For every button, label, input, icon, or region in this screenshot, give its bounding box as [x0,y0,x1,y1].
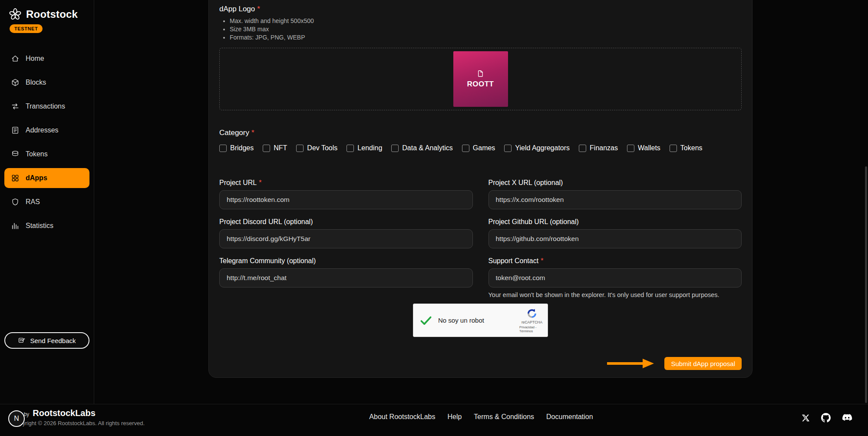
sidebar-item-home[interactable]: Home [4,49,89,69]
sidebar-nav: Home Blocks Transactions Addresses [0,49,94,236]
footer: Built by RootstockLabs Copyright © 2026 … [0,404,868,436]
sidebar-item-statistics[interactable]: Statistics [4,216,89,236]
file-icon [476,69,485,78]
category-label: Category* [219,129,742,137]
company-name: RootstockLabs [33,408,95,418]
sidebar-item-addresses[interactable]: Addresses [4,120,89,140]
checkbox[interactable] [296,145,304,152]
dapp-logo-label: dApp Logo* [219,5,742,13]
testnet-badge[interactable]: TESTNET [10,24,43,33]
category-checkbox-data-analytics[interactable]: Data & Analytics [391,144,453,152]
required-asterisk: * [257,5,260,13]
recaptcha-label: No soy un robot [438,317,484,324]
sidebar-item-label: RAS [26,198,40,206]
transactions-icon [10,102,20,111]
rootstock-logo-icon [9,8,22,21]
recaptcha-brand: reCAPTCHA Privacidad - Términos [519,308,545,333]
project-github-url-input[interactable] [488,229,742,248]
sidebar-item-dapps[interactable]: dApps [4,168,89,188]
home-icon [10,54,20,63]
recaptcha-links[interactable]: Privacidad - Términos [519,325,545,333]
footer-link-about[interactable]: About RootstockLabs [369,413,435,421]
support-contact-helper: Your email won't be shown in the explore… [488,291,742,298]
checkbox[interactable] [504,145,512,152]
blocks-icon [10,78,20,87]
tokens-icon [10,149,20,159]
dapps-icon [10,173,20,183]
sidebar-item-label: Home [26,55,44,63]
checkbox[interactable] [391,145,399,152]
category-checkbox-bridges[interactable]: Bridges [219,144,254,152]
checkbox[interactable] [627,145,634,152]
project-x-url-input[interactable] [488,190,742,209]
brand-name: Rootstock [26,8,78,20]
github-icon[interactable] [821,413,831,423]
checkbox[interactable] [347,145,354,152]
sidebar-item-transactions[interactable]: Transactions [4,96,89,116]
category-checkbox-wallets[interactable]: Wallets [627,144,660,152]
checkmark-icon [419,314,432,327]
category-checkbox-finanzas[interactable]: Finanzas [579,144,618,152]
field-project-github-url: Project Github URL (optional) [488,218,742,248]
sidebar-item-ras[interactable]: RAS [4,192,89,212]
category-checkbox-lending[interactable]: Lending [347,144,382,152]
category-options: Bridges NFT Dev Tools Lending Data & Ana… [219,144,742,152]
category-checkbox-dev-tools[interactable]: Dev Tools [296,144,337,152]
footer-social [802,413,852,423]
logo-rules: Max. width and height 500x500 Size 3MB m… [219,17,742,42]
category-checkbox-yield-aggregators[interactable]: Yield Aggregators [504,144,570,152]
sidebar-item-tokens[interactable]: Tokens [4,144,89,164]
sidebar-item-label: Statistics [26,222,53,230]
required-asterisk: * [251,129,254,137]
dapp-form-card: dApp Logo* Max. width and height 500x500… [208,0,752,378]
footer-link-terms[interactable]: Terms & Conditions [474,413,534,421]
telegram-community-input[interactable] [219,268,473,287]
required-asterisk: * [541,257,543,264]
sidebar-item-label: Blocks [26,79,46,86]
statistics-icon [10,221,20,231]
page: Rootstock TESTNET Home Blocks Transacti [0,0,868,436]
form-grid: Project URL* Project X URL (optional) Pr… [219,179,742,298]
scrollbar[interactable] [864,0,868,436]
required-asterisk: * [259,179,261,186]
field-support-contact: Support Contact* Your email won't be sho… [488,257,742,298]
checkbox[interactable] [579,145,586,152]
category-checkbox-games[interactable]: Games [462,144,495,152]
send-feedback-button[interactable]: Send Feedback [4,332,89,349]
recaptcha-widget[interactable]: No soy un robot reCAPTCHA Privacidad - T… [413,304,548,337]
project-url-input[interactable] [219,190,473,209]
arrow-annotation-icon [606,357,655,370]
support-contact-input[interactable] [488,268,742,287]
logo-rule: Max. width and height 500x500 [230,17,742,25]
checkbox[interactable] [263,145,270,152]
footer-link-help[interactable]: Help [447,413,462,421]
scrollbar-thumb[interactable] [865,166,867,403]
chat-widget-avatar[interactable]: N [8,410,25,427]
submit-dapp-proposal-button[interactable]: Submit dApp proposal [664,357,742,370]
sidebar-item-label: dApps [26,174,47,182]
copyright: Copyright © 2026 RootstockLabs. All righ… [12,420,145,426]
project-discord-url-input[interactable] [219,229,473,248]
category-checkbox-nft[interactable]: NFT [263,144,287,152]
brand[interactable]: Rootstock [0,0,94,21]
sidebar-item-label: Tokens [26,150,48,158]
field-telegram-community: Telegram Community (optional) [219,257,473,298]
logo-preview: ROOTT [453,51,508,107]
feedback-icon [18,337,26,344]
sidebar-item-blocks[interactable]: Blocks [4,73,89,92]
checkbox[interactable] [462,145,469,152]
discord-icon[interactable] [842,414,852,422]
checkbox[interactable] [219,145,227,152]
x-icon[interactable] [802,414,810,422]
field-project-url: Project URL* [219,179,473,209]
footer-link-documentation[interactable]: Documentation [546,413,593,421]
ras-icon [10,197,20,207]
category-checkbox-tokens[interactable]: Tokens [670,144,703,152]
sidebar-item-label: Transactions [26,102,65,110]
logo-rule: Size 3MB max [230,25,742,33]
field-project-discord-url: Project Discord URL (optional) [219,218,473,248]
captcha-row: No soy un robot reCAPTCHA Privacidad - T… [219,304,742,337]
logo-dropzone[interactable]: ROOTT [219,48,742,110]
sidebar: Rootstock TESTNET Home Blocks Transacti [0,0,94,404]
checkbox[interactable] [670,145,677,152]
